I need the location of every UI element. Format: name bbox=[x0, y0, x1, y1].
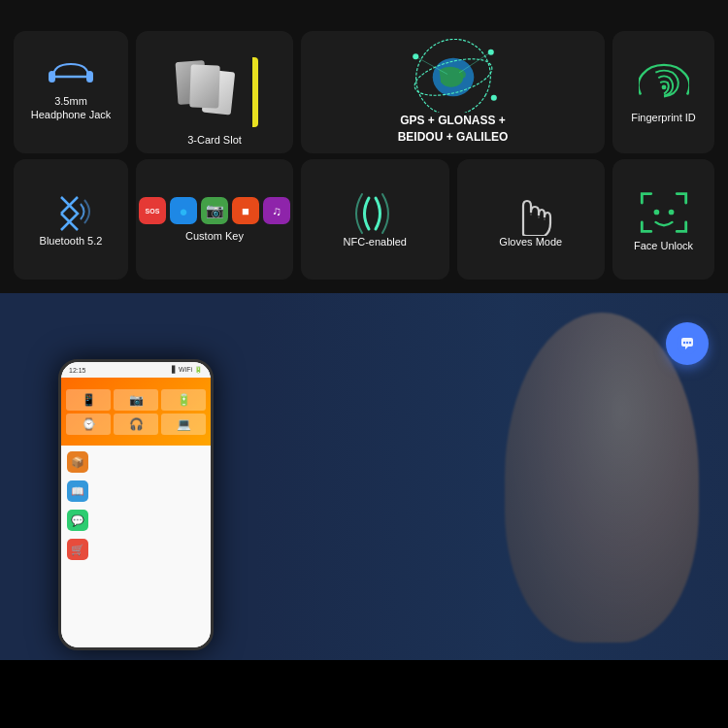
mall-icon: 🛒 bbox=[67, 539, 88, 560]
menu-item-mall[interactable]: 🛒 bbox=[67, 539, 205, 560]
product-thumb-6: 💻 bbox=[161, 414, 206, 435]
gps-card-r1: GPS + GLONASS +BEIDOU + GALILEO bbox=[301, 31, 605, 153]
gloves-card-r2: Gloves Mode bbox=[457, 159, 606, 280]
svg-point-20 bbox=[683, 342, 685, 344]
product-thumb-2: 📷 bbox=[114, 389, 158, 411]
customer-service-icon: 💬 bbox=[67, 510, 88, 531]
phone-app-banner: 📱 📷 🔋 ⌚ 🎧 💻 bbox=[61, 378, 211, 446]
status-time: 12:15 bbox=[69, 367, 86, 374]
card-slot-r1: 3-Card Slot bbox=[136, 31, 293, 153]
brand-intro-icon: 📦 bbox=[67, 451, 88, 473]
chat-icon bbox=[676, 332, 699, 355]
product-thumb-5: 🎧 bbox=[114, 414, 158, 435]
nfc-card-r2: NFC-enabled bbox=[301, 159, 449, 280]
svg-point-18 bbox=[668, 210, 674, 215]
custom-key-card-r2: SOS ● 📷 ■ ♫ Custom Key bbox=[136, 159, 293, 280]
menu-item-brand[interactable]: 📦 bbox=[67, 451, 205, 473]
svg-point-17 bbox=[653, 210, 659, 215]
headphone-jack-card: 3.5mmHeadphone Jack bbox=[14, 31, 128, 153]
feature-row-2: Bluetooth 5.2 SOS ● 📷 ■ ♫ Custom Key NFC… bbox=[14, 159, 714, 280]
product-thumb-3: 🔋 bbox=[161, 389, 206, 411]
user-manual-icon: 📖 bbox=[67, 480, 88, 502]
face-unlock-card-r2: Face Unlock bbox=[612, 159, 714, 280]
product-thumb-4: ⌚ bbox=[66, 414, 111, 435]
phone-status-bar: 12:15 ▋ WiFi 🔋 bbox=[61, 362, 211, 378]
status-icons: ▋ WiFi 🔋 bbox=[172, 366, 203, 374]
feature-row-1: 3.5mmHeadphone Jack 3-Card Slot GPS + GL… bbox=[14, 31, 714, 151]
svg-point-21 bbox=[686, 342, 688, 344]
phone-frame: 12:15 ▋ WiFi 🔋 📱 📷 🔋 ⌚ 🎧 💻 bbox=[58, 359, 214, 650]
features-grid: 3.5mmHeadphone Jack 3-Card Slot GPS + GL… bbox=[14, 31, 714, 280]
fingerprint-card-r1: Fingerprint ID bbox=[612, 31, 714, 153]
menu-item-customer[interactable]: 💬 bbox=[67, 510, 205, 531]
product-thumb-1: 📱 bbox=[66, 389, 111, 411]
service-section: 12:15 ▋ WiFi 🔋 📱 📷 🔋 ⌚ 🎧 💻 bbox=[0, 293, 728, 660]
features-section: 3.5mmHeadphone Jack 3-Card Slot GPS + GL… bbox=[0, 0, 728, 293]
phone-mockup-area: 12:15 ▋ WiFi 🔋 📱 📷 🔋 ⌚ 🎧 💻 bbox=[0, 293, 272, 660]
phone-app-menu: 📦 📖 bbox=[61, 446, 211, 647]
menu-item-manual[interactable]: 📖 bbox=[67, 480, 205, 502]
svg-point-22 bbox=[689, 342, 691, 344]
chat-bubble-icon bbox=[666, 322, 709, 365]
service-content bbox=[272, 293, 728, 660]
svg-point-7 bbox=[487, 50, 493, 55]
svg-point-6 bbox=[413, 53, 418, 59]
page-wrapper: 3.5mmHeadphone Jack 3-Card Slot GPS + GL… bbox=[0, 0, 728, 660]
phone-screen: 12:15 ▋ WiFi 🔋 📱 📷 🔋 ⌚ 🎧 💻 bbox=[61, 362, 211, 647]
bluetooth-card: Bluetooth 5.2 bbox=[14, 159, 128, 280]
svg-point-8 bbox=[490, 95, 496, 101]
gps-fp-wrapper: GPS + GLONASS +BEIDOU + GALILEO Fingerpr… bbox=[301, 31, 714, 153]
svg-point-11 bbox=[661, 84, 666, 89]
